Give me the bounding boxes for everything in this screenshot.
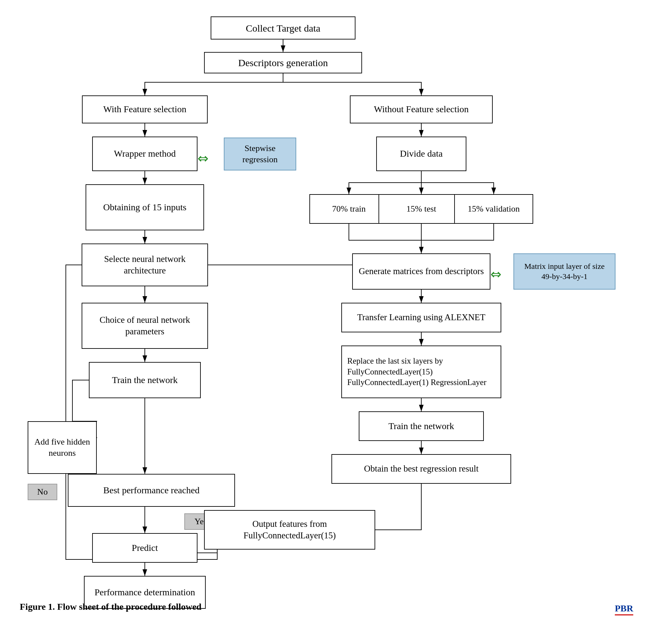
without-feature-box: Without Feature selection [350,95,493,123]
generate-matrices-box: Generate matrices from descriptors [352,253,490,290]
green-arrow-stepwise: ⇔ [197,151,209,166]
no-label-box: No [28,484,57,500]
matrix-input-box: Matrix input layer of size 49-by-34-by-1 [513,253,615,290]
divide-data-box: Divide data [376,137,466,171]
descriptors-gen-box: Descriptors generation [204,52,362,73]
green-arrow-matrix: ⇔ [490,267,502,282]
collect-target-box: Collect Target data [211,17,356,40]
add-five-box: Add five hidden neurons [28,421,97,474]
train-70-box: 70% train [309,194,388,224]
caption-bold: Figure 1. [20,601,55,612]
pbr-logo: PBR [615,603,633,615]
train-network-left-box: Train the network [89,362,201,398]
output-features-box: Output features from FullyConnectedLayer… [204,510,375,549]
train-network-right-box: Train the network [359,411,484,441]
with-feature-box: With Feature selection [82,95,208,123]
wrapper-method-box: Wrapper method [92,137,197,171]
obtain-best-box: Obtain the best regression result [332,454,511,484]
obtaining-15-box: Obtaining of 15 inputs [86,184,204,230]
transfer-learning-box: Transfer Learning using ALEXNET [341,303,501,332]
stepwise-reg-box: Stepwise regression [224,138,296,171]
select-nn-arch-box: Selecte neural network architecture [82,244,208,286]
choice-nn-box: Choice of neural network parameters [82,303,208,349]
caption-text: Flow sheet of the procedure followed [57,601,201,612]
validation-15-box: 15% validation [454,194,533,224]
diagram-container: Collect Target data Descriptors generati… [0,0,653,625]
best-performance-box: Best performance reached [68,474,235,507]
replace-layers-box: Replace the last six layers by FullyConn… [341,346,501,398]
test-15-box: 15% test [379,194,464,224]
predict-box: Predict [92,533,197,563]
figure-caption: Figure 1. Flow sheet of the procedure fo… [20,601,201,612]
